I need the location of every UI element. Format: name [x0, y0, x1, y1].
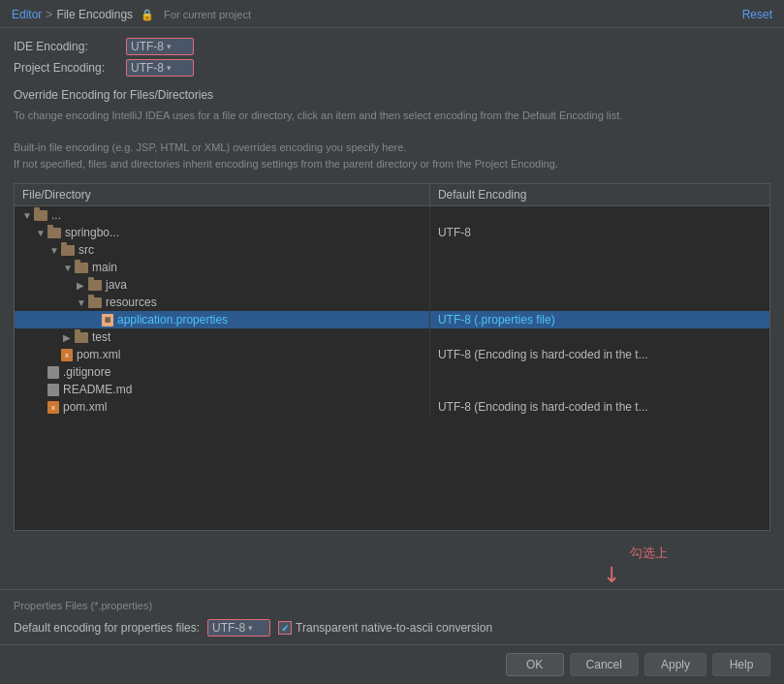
page-title: File Encodings: [56, 8, 133, 21]
annotation-arrow: ↙: [597, 559, 627, 589]
file-icon: [47, 384, 59, 396]
properties-section: Properties Files (*.properties) Default …: [0, 589, 784, 644]
project-encoding-row: Project Encoding: UTF-8 ▾: [14, 59, 770, 77]
editor-link[interactable]: Editor: [12, 8, 42, 21]
folder-icon: [34, 210, 47, 221]
col-default-encoding: Default Encoding: [429, 184, 769, 206]
properties-row: Default encoding for properties files: U…: [14, 619, 770, 637]
native-to-ascii-checkbox[interactable]: [278, 621, 292, 635]
encoding-cell: [429, 259, 769, 276]
encoding-cell: [429, 381, 769, 398]
encoding-cell: [429, 363, 769, 381]
encoding-cell: UTF-8 (Encoding is hard-coded in the t..…: [429, 398, 769, 416]
lock-icon: 🔒: [141, 9, 154, 21]
project-encoding-dropdown[interactable]: UTF-8 ▾: [126, 59, 194, 77]
checkbox-label: Transparent native-to-ascii conversion: [296, 621, 492, 635]
ide-encoding-arrow: ▾: [167, 42, 172, 51]
breadcrumb-separator: >: [46, 8, 52, 21]
cancel-button[interactable]: Cancel: [570, 653, 639, 676]
scope-tag: For current project: [164, 9, 251, 20]
file-icon: [47, 366, 59, 379]
properties-encoding-label: Default encoding for properties files:: [14, 621, 200, 635]
apply-button[interactable]: Apply: [644, 653, 706, 676]
override-title: Override Encoding for Files/Directories: [14, 88, 770, 102]
file-name: main: [92, 261, 117, 274]
table-row[interactable]: ▦application.propertiesUTF-8 (.propertie…: [15, 311, 769, 328]
ide-encoding-value: UTF-8: [131, 40, 164, 53]
project-encoding-label: Project Encoding:: [14, 61, 120, 75]
annotation-area: 勾选上 ↙: [0, 541, 784, 589]
properties-file-icon: ▦: [102, 314, 113, 326]
tree-toggle[interactable]: ▼: [49, 245, 61, 256]
encoding-cell: [429, 276, 769, 294]
breadcrumb: Editor > File Encodings 🔒 For current pr…: [12, 8, 251, 21]
file-name: .gitignore: [63, 365, 110, 379]
folder-icon: [75, 332, 88, 343]
xml-file-icon: x: [61, 349, 73, 361]
encoding-cell: UTF-8 (.properties file): [429, 311, 769, 328]
tree-toggle[interactable]: ▼: [22, 210, 34, 221]
help-button[interactable]: Help: [712, 653, 770, 676]
file-name: ...: [51, 208, 61, 222]
table-row[interactable]: README.md: [15, 381, 769, 398]
table-row[interactable]: ▼main: [15, 259, 769, 276]
project-encoding-arrow: ▾: [167, 63, 172, 73]
folder-icon: [88, 280, 102, 291]
encoding-cell: [429, 241, 769, 259]
properties-encoding-arrow: ▾: [248, 623, 253, 633]
folder-icon: [47, 228, 61, 238]
table-row[interactable]: ▼src: [15, 241, 769, 259]
file-name: pom.xml: [63, 400, 107, 414]
file-table-container[interactable]: File/Directory Default Encoding ▼...▼spr…: [14, 183, 770, 531]
header: Editor > File Encodings 🔒 For current pr…: [0, 0, 784, 28]
table-row[interactable]: xpom.xmlUTF-8 (Encoding is hard-coded in…: [15, 398, 769, 416]
override-desc: To change encoding IntelliJ IDEA uses fo…: [14, 108, 770, 171]
table-row[interactable]: xpom.xmlUTF-8 (Encoding is hard-coded in…: [15, 346, 769, 363]
table-row[interactable]: ▶test: [15, 328, 769, 346]
override-section: Override Encoding for Files/Directories …: [14, 88, 770, 179]
annotation-text: 勾选上: [630, 544, 668, 562]
table-header: File/Directory Default Encoding: [15, 184, 769, 206]
tree-toggle[interactable]: ▼: [63, 263, 75, 273]
table-row[interactable]: .gitignore: [15, 363, 769, 381]
file-name: README.md: [63, 383, 132, 396]
file-name: java: [106, 278, 127, 292]
encoding-cell: [429, 206, 769, 225]
content-area: IDE Encoding: UTF-8 ▾ Project Encoding: …: [0, 28, 784, 541]
properties-encoding-value: UTF-8: [212, 621, 245, 635]
file-name: src: [78, 243, 94, 257]
file-name: application.properties: [117, 313, 228, 326]
encoding-cell: UTF-8 (Encoding is hard-coded in the t..…: [429, 346, 769, 363]
folder-icon: [61, 245, 75, 256]
encoding-cell: [429, 328, 769, 346]
table-row[interactable]: ▼resources: [15, 294, 769, 311]
file-name: resources: [106, 295, 157, 309]
table-row[interactable]: ▶java: [15, 276, 769, 294]
reset-button[interactable]: Reset: [742, 8, 772, 21]
ide-encoding-label: IDE Encoding:: [14, 40, 120, 53]
col-file-directory: File/Directory: [15, 184, 429, 206]
file-name: pom.xml: [77, 348, 120, 361]
file-table: File/Directory Default Encoding ▼...▼spr…: [15, 184, 769, 416]
tree-toggle[interactable]: ▼: [36, 228, 47, 238]
project-encoding-value: UTF-8: [131, 61, 164, 75]
dialog: Editor > File Encodings 🔒 For current pr…: [0, 0, 784, 684]
ide-encoding-row: IDE Encoding: UTF-8 ▾: [14, 38, 770, 55]
encoding-cell: [429, 294, 769, 311]
table-row[interactable]: ▼...: [15, 206, 769, 225]
tree-toggle[interactable]: ▶: [63, 332, 75, 343]
encoding-cell: UTF-8: [429, 224, 769, 241]
xml-file-icon: x: [47, 401, 59, 414]
file-name: springbo...: [65, 226, 119, 239]
tree-toggle[interactable]: ▶: [77, 280, 88, 291]
file-name: test: [92, 330, 110, 344]
properties-encoding-dropdown[interactable]: UTF-8 ▾: [207, 619, 270, 637]
ok-button[interactable]: OK: [506, 653, 564, 676]
table-row[interactable]: ▼springbo...UTF-8: [15, 224, 769, 241]
checkbox-wrapper: Transparent native-to-ascii conversion: [278, 621, 492, 635]
ide-encoding-dropdown[interactable]: UTF-8 ▾: [126, 38, 194, 55]
tree-toggle[interactable]: ▼: [77, 297, 88, 308]
button-row: OK Cancel Apply Help: [0, 644, 784, 684]
properties-title: Properties Files (*.properties): [14, 600, 770, 611]
folder-icon: [75, 263, 88, 273]
